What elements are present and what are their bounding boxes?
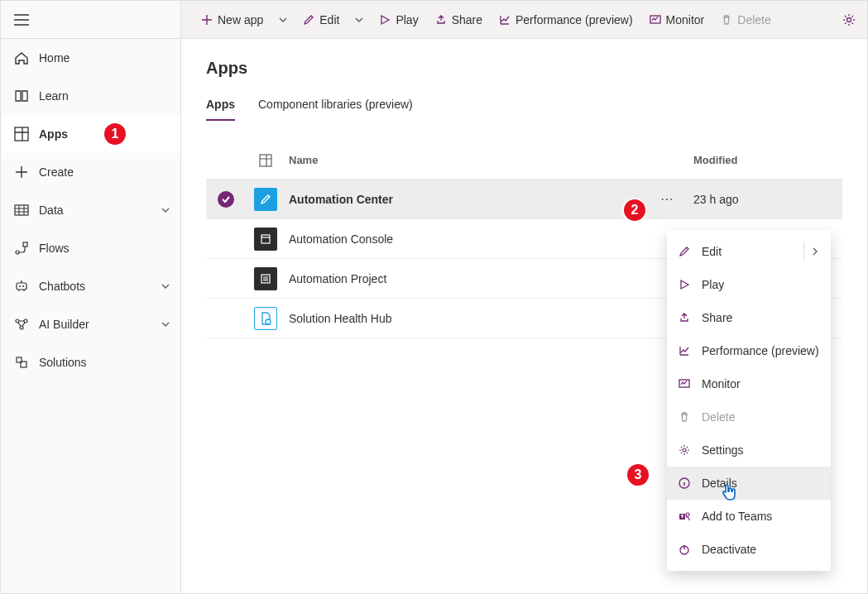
svg-point-22 [686, 513, 689, 516]
svg-rect-0 [15, 127, 28, 141]
app-type-icon [254, 228, 277, 251]
hamburger-row [1, 1, 180, 39]
app-type-icon [254, 188, 277, 211]
svg-point-7 [16, 319, 19, 323]
sidebar-item-home[interactable]: Home [1, 39, 180, 77]
svg-point-13 [847, 17, 851, 22]
annotation-badge-2: 2 [622, 198, 647, 223]
play-icon [679, 279, 697, 290]
app-modified: 23 h ago [693, 193, 842, 206]
menu-label: Deactivate [702, 543, 819, 556]
menu-label: Settings [702, 443, 819, 457]
pencil-icon [303, 14, 314, 26]
sidebar-item-solutions[interactable]: Solutions [1, 343, 180, 381]
svg-rect-15 [261, 235, 270, 243]
play-icon [379, 14, 391, 26]
chart-icon [499, 14, 511, 26]
toolbar-label: Performance (preview) [516, 13, 633, 26]
sidebar-item-label: Chatbots [39, 280, 161, 293]
table-row[interactable]: Automation Center ⋯ 23 h ago [206, 180, 842, 219]
edit-dropdown[interactable] [349, 7, 369, 33]
pointer-cursor-icon [721, 482, 739, 502]
toolbar: New app Edit Play Share Performance (pre… [181, 1, 867, 39]
toolbar-label: New app [218, 13, 263, 26]
sidebar-item-label: Solutions [39, 356, 170, 369]
plus-icon [201, 14, 213, 26]
hamburger-icon[interactable] [14, 14, 29, 26]
power-icon [679, 544, 697, 555]
svg-rect-1 [15, 205, 28, 215]
performance-button[interactable]: Performance (preview) [492, 7, 640, 33]
more-actions-button[interactable]: ⋯ [660, 192, 675, 206]
menu-label: Delete [702, 410, 819, 424]
monitor-button[interactable]: Monitor [643, 7, 712, 33]
app-type-icon [254, 267, 277, 290]
sidebar-item-create[interactable]: Create [1, 153, 180, 191]
chevron-down-icon [161, 205, 170, 215]
share-button[interactable]: Share [429, 7, 489, 33]
play-button[interactable]: Play [372, 7, 424, 33]
chatbot-icon [14, 278, 32, 295]
table-header: Name Modified [206, 141, 842, 180]
share-icon [435, 14, 447, 26]
menu-item-delete: Delete [667, 400, 831, 434]
sidebar-item-learn[interactable]: Learn [1, 77, 180, 115]
menu-item-performance[interactable]: Performance (preview) [667, 334, 831, 367]
settings-button[interactable] [839, 7, 859, 33]
tab-apps[interactable]: Apps [206, 98, 235, 121]
chevron-right-icon[interactable] [811, 247, 819, 256]
menu-item-details[interactable]: Details [667, 467, 831, 500]
column-type-icon[interactable] [246, 154, 285, 167]
column-header-modified[interactable]: Modified [693, 154, 842, 166]
new-app-button[interactable]: New app [194, 7, 270, 33]
sidebar-item-ai-builder[interactable]: AI Builder [1, 305, 180, 343]
app-name: Automation Project [285, 272, 660, 285]
delete-button: Delete [714, 7, 777, 33]
app-type-icon [254, 307, 277, 330]
sidebar-item-label: Flows [39, 242, 170, 255]
pencil-icon [679, 246, 697, 257]
sidebar-item-label: Data [39, 204, 161, 217]
sidebar-item-label: Learn [39, 89, 170, 103]
flows-icon [14, 240, 32, 256]
apps-icon [14, 126, 32, 142]
menu-label: Share [702, 311, 819, 324]
menu-item-settings[interactable]: Settings [667, 434, 831, 467]
trash-icon [679, 411, 697, 423]
tab-component-libraries[interactable]: Component libraries (preview) [258, 98, 413, 121]
gear-icon [679, 444, 697, 456]
menu-item-add-to-teams[interactable]: Add to Teams [667, 500, 831, 533]
menu-item-deactivate[interactable]: Deactivate [667, 533, 831, 566]
app-name: Automation Center [285, 193, 660, 206]
new-app-dropdown[interactable] [273, 7, 293, 33]
sidebar-item-data[interactable]: Data [1, 191, 180, 229]
chevron-down-icon [161, 319, 170, 329]
svg-rect-14 [260, 155, 271, 166]
svg-point-5 [19, 285, 21, 287]
app-name: Solution Health Hub [285, 312, 660, 325]
menu-item-monitor[interactable]: Monitor [667, 367, 831, 400]
svg-rect-3 [23, 242, 27, 247]
toolbar-label: Edit [319, 13, 339, 26]
sidebar-item-apps[interactable]: Apps [1, 115, 180, 153]
page-title: Apps [206, 59, 842, 78]
tabs: Apps Component libraries (preview) [206, 98, 842, 122]
info-icon [679, 477, 697, 489]
row-selected-check-icon[interactable] [218, 191, 234, 208]
sidebar-item-chatbots[interactable]: Chatbots [1, 267, 180, 305]
sidebar-item-flows[interactable]: Flows [1, 229, 180, 267]
trash-icon [721, 14, 732, 26]
menu-item-play[interactable]: Play [667, 268, 831, 301]
app-name: Automation Console [285, 232, 660, 246]
column-header-name[interactable]: Name [285, 154, 660, 166]
toolbar-label: Share [452, 13, 482, 26]
gear-icon [842, 13, 856, 26]
monitor-icon [679, 378, 697, 390]
menu-item-share[interactable]: Share [667, 301, 831, 334]
menu-label: Edit [702, 245, 797, 258]
home-icon [14, 50, 32, 66]
chevron-down-icon [161, 281, 170, 291]
edit-button[interactable]: Edit [296, 7, 346, 33]
annotation-badge-3: 3 [626, 462, 650, 487]
menu-item-edit[interactable]: Edit [667, 235, 831, 268]
